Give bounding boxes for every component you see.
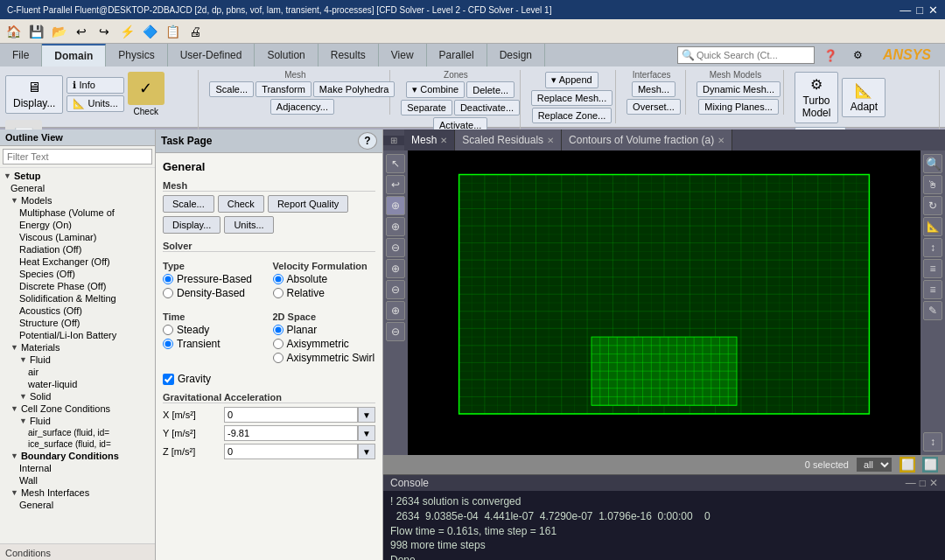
tab-design[interactable]: Design bbox=[487, 44, 545, 66]
vp-r2-icon[interactable]: 🖱 bbox=[923, 175, 942, 194]
window-controls[interactable]: — □ ✕ bbox=[900, 4, 938, 17]
check-task-btn[interactable]: Check bbox=[218, 195, 264, 213]
tree-item-structure[interactable]: Structure (Off) bbox=[0, 317, 155, 329]
relative-radio[interactable] bbox=[273, 288, 284, 298]
tree-item-setup[interactable]: ▼ Setup bbox=[0, 170, 155, 182]
combine-btn[interactable]: ▾ Combine bbox=[406, 81, 465, 98]
tree-item-water[interactable]: water-liquid bbox=[0, 378, 155, 390]
tree-item-discrete-phase[interactable]: Discrete Phase (Off) bbox=[0, 280, 155, 292]
vp-pan-icon[interactable]: ⊕ bbox=[386, 259, 405, 278]
vp-r3-icon[interactable]: ↻ bbox=[923, 196, 942, 215]
settings-button[interactable]: ⚙ bbox=[846, 44, 871, 66]
print-icon[interactable]: 🖨 bbox=[186, 22, 205, 41]
vp-rotate-icon[interactable]: ↩ bbox=[386, 175, 405, 194]
separate-btn[interactable]: Separate bbox=[401, 100, 452, 116]
tree-item-mesh-interfaces[interactable]: ▼ Mesh Interfaces bbox=[0, 486, 155, 499]
tab-physics[interactable]: Physics bbox=[106, 44, 167, 66]
delete-btn[interactable]: Delete... bbox=[466, 81, 514, 98]
tree-item-species[interactable]: Species (Off) bbox=[0, 268, 155, 280]
open-icon[interactable]: 📂 bbox=[49, 22, 68, 41]
selected-action-btn[interactable]: ⬜ bbox=[900, 457, 915, 472]
make-polyhedra-btn[interactable]: Make Polyhedra bbox=[313, 81, 396, 97]
vp-tab-contours[interactable]: Contours of Volume fraction (a) ✕ bbox=[562, 130, 732, 150]
vp-r8-icon[interactable]: ✎ bbox=[923, 301, 942, 320]
vp-zoom-fit-icon[interactable]: ⊕ bbox=[386, 196, 405, 215]
vp-reset-icon[interactable]: ⊖ bbox=[386, 322, 405, 341]
replace-mesh-btn[interactable]: Replace Mesh... bbox=[531, 90, 612, 106]
tree-item-models[interactable]: ▼ Models bbox=[0, 194, 155, 206]
save-icon[interactable]: 💾 bbox=[26, 22, 46, 41]
tree-item-wall[interactable]: Wall bbox=[0, 474, 155, 486]
turbo-model-btn[interactable]: ⚙ TurboModel bbox=[794, 72, 839, 123]
vp-tab-mesh-close[interactable]: ✕ bbox=[440, 136, 447, 145]
task-help-btn[interactable]: ? bbox=[358, 132, 377, 150]
append-btn[interactable]: ▾ Append bbox=[545, 72, 598, 88]
undo-icon[interactable]: ↩ bbox=[72, 22, 91, 41]
steady-radio[interactable] bbox=[163, 325, 173, 335]
redo-icon[interactable]: ↪ bbox=[94, 22, 114, 41]
vp-r4-icon[interactable]: 📐 bbox=[923, 217, 942, 236]
z-dropdown[interactable]: ▼ bbox=[358, 444, 375, 459]
gravity-checkbox[interactable] bbox=[163, 374, 174, 385]
adjacency-btn[interactable]: Adjacency... bbox=[270, 99, 334, 115]
tree-item-fluid[interactable]: ▼ Fluid bbox=[0, 354, 155, 366]
selected-dropdown[interactable]: all bbox=[856, 457, 892, 472]
scale-task-btn[interactable]: Scale... bbox=[163, 195, 214, 213]
tree-item-acoustics[interactable]: Acoustics (Off) bbox=[0, 304, 155, 317]
adapt-btn[interactable]: 📐 Adapt bbox=[842, 78, 886, 117]
tab-solution[interactable]: Solution bbox=[255, 44, 318, 66]
display-btn[interactable]: 🖥 Display... bbox=[5, 75, 63, 114]
tab-view[interactable]: View bbox=[379, 44, 427, 66]
axisymmetric-radio[interactable] bbox=[273, 339, 284, 349]
y-dropdown[interactable]: ▼ bbox=[358, 425, 375, 441]
units-btn[interactable]: 📐 Units... bbox=[66, 95, 123, 112]
vp-tab-contours-close[interactable]: ✕ bbox=[718, 136, 724, 145]
tree-item-solid[interactable]: ▼ Solid bbox=[0, 390, 155, 402]
tree-item-fluid-zone[interactable]: ▼ Fluid bbox=[0, 415, 155, 427]
vp-zoom-box-icon[interactable]: ⊖ bbox=[386, 280, 405, 299]
tree-item-boundary[interactable]: ▼ Boundary Conditions bbox=[0, 450, 155, 462]
vp-tab-residuals-close[interactable]: ✕ bbox=[547, 136, 554, 145]
tree-item-liion[interactable]: Potential/Li-Ion Battery bbox=[0, 329, 155, 341]
selected-alt-btn[interactable]: ⬜ bbox=[922, 457, 938, 472]
filter-input[interactable] bbox=[3, 149, 152, 164]
report-quality-btn[interactable]: Report Quality bbox=[268, 195, 348, 213]
tree-item-air-surface[interactable]: air_surface (fluid, id= bbox=[0, 427, 155, 438]
info-btn[interactable]: ℹ Info bbox=[66, 77, 123, 94]
vp-tab-residuals[interactable]: Scaled Residuals ✕ bbox=[455, 130, 562, 150]
vp-tab-mesh[interactable]: Mesh ✕ bbox=[404, 130, 455, 150]
mesh-icon[interactable]: 🔷 bbox=[140, 22, 159, 41]
tree-item-internal[interactable]: Internal bbox=[0, 462, 155, 474]
run-icon[interactable]: ⚡ bbox=[117, 22, 136, 41]
vp-select-icon[interactable]: ↖ bbox=[386, 154, 405, 173]
vp-zoom-in-icon[interactable]: ⊕ bbox=[386, 217, 405, 236]
close-btn[interactable]: ✕ bbox=[928, 4, 938, 17]
tab-parallel[interactable]: Parallel bbox=[427, 44, 487, 66]
display-task-btn[interactable]: Display... bbox=[163, 216, 220, 234]
mixing-planes-btn[interactable]: Mixing Planes... bbox=[698, 99, 779, 115]
density-based-radio[interactable] bbox=[163, 288, 173, 298]
transient-radio[interactable] bbox=[163, 339, 173, 349]
units-task-btn[interactable]: Units... bbox=[224, 216, 273, 234]
transform-btn[interactable]: Transform bbox=[256, 81, 312, 97]
vp-zoom-out-icon[interactable]: ⊖ bbox=[386, 238, 405, 257]
planar-radio[interactable] bbox=[273, 325, 284, 335]
tree-item-air[interactable]: air bbox=[0, 366, 155, 378]
console-expand-btn[interactable]: □ bbox=[920, 477, 926, 489]
help-button[interactable]: ❓ bbox=[818, 44, 843, 66]
tree-item-general-mesh[interactable]: General bbox=[0, 499, 155, 511]
tree-item-radiation[interactable]: Radiation (Off) bbox=[0, 243, 155, 256]
home-icon[interactable]: 🏠 bbox=[4, 22, 23, 41]
console-minimize-btn[interactable]: — bbox=[906, 477, 916, 489]
vp-fit-all-icon[interactable]: ⊕ bbox=[386, 301, 405, 320]
vp-r1-icon[interactable]: 🔍 bbox=[923, 154, 942, 173]
tree-item-general[interactable]: General bbox=[0, 182, 155, 194]
overset-btn[interactable]: Overset... bbox=[626, 99, 681, 115]
tree-item-viscous[interactable]: Viscous (Laminar) bbox=[0, 231, 155, 243]
vp-r5-icon[interactable]: ↕ bbox=[923, 238, 942, 257]
console-close-btn[interactable]: ✕ bbox=[929, 477, 938, 489]
vp-r7-icon[interactable]: ≡ bbox=[923, 280, 942, 299]
clipboard-icon[interactable]: 📋 bbox=[163, 22, 182, 41]
tab-user-defined[interactable]: User-Defined bbox=[168, 44, 256, 66]
scale-btn[interactable]: Scale... bbox=[209, 81, 254, 97]
